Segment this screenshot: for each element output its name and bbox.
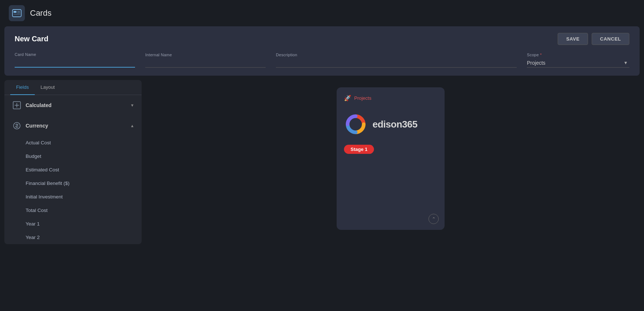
currency-group-header[interactable]: Currency ▲ xyxy=(4,115,142,136)
card-badge-row: 🚀 Projects xyxy=(344,95,437,102)
calculated-group-header[interactable]: Calculated ▼ xyxy=(4,95,142,115)
list-item[interactable]: Year 1 xyxy=(4,217,142,231)
new-card-panel: New Card SAVE CANCEL Card Name Internal … xyxy=(4,26,640,76)
internal-name-field: Internal Name xyxy=(145,53,266,68)
top-bar: Cards xyxy=(0,0,644,26)
svg-rect-2 xyxy=(17,11,20,12)
card-name-field: Card Name xyxy=(15,52,135,68)
svg-rect-3 xyxy=(17,12,20,13)
sidebar-scroll: Calculated ▼ Currency ▲ xyxy=(4,95,142,244)
app-icon xyxy=(9,5,25,21)
list-item[interactable]: Year 2 xyxy=(4,231,142,244)
svg-rect-0 xyxy=(12,10,21,17)
card-name-label: Card Name xyxy=(15,52,135,57)
description-label: Description xyxy=(276,53,517,57)
currency-icon xyxy=(12,121,22,131)
svg-point-11 xyxy=(352,121,359,128)
company-name: edison365 xyxy=(372,119,418,130)
list-item[interactable]: Actual Cost xyxy=(4,136,142,149)
company-logo xyxy=(344,113,367,136)
scope-select[interactable]: Projects Programs Portfolios xyxy=(527,58,629,67)
internal-name-label: Internal Name xyxy=(145,53,266,57)
list-item[interactable]: Estimated Cost xyxy=(4,163,142,177)
list-item[interactable]: Budget xyxy=(4,149,142,163)
currency-section: Currency ▲ Actual Cost Budget Estimated … xyxy=(4,115,142,244)
stage-badge: Stage 1 xyxy=(344,145,374,154)
description-input[interactable] xyxy=(276,58,517,68)
scope-label: Scope xyxy=(527,53,629,57)
currency-arrow: ▲ xyxy=(130,124,134,128)
list-item[interactable]: Financial Benefit ($) xyxy=(4,177,142,190)
currency-label: Currency xyxy=(26,123,127,129)
svg-rect-1 xyxy=(14,11,16,13)
internal-name-input[interactable] xyxy=(145,58,266,68)
scope-field: Scope Projects Programs Portfolios ▼ xyxy=(527,53,629,68)
calculated-icon xyxy=(12,100,22,110)
card-scope-label: Projects xyxy=(354,95,371,101)
new-card-title: New Card xyxy=(15,35,48,43)
list-item[interactable]: Total Cost xyxy=(4,204,142,217)
svg-rect-4 xyxy=(14,14,20,15)
rocket-icon: 🚀 xyxy=(344,95,351,102)
scroll-up-icon[interactable]: ⌃ xyxy=(428,214,439,224)
scope-select-wrapper: Projects Programs Portfolios ▼ xyxy=(527,58,629,68)
card-preview: 🚀 Projects edison365 xyxy=(337,87,445,230)
list-item[interactable]: Initial Investment xyxy=(4,190,142,204)
tab-fields[interactable]: Fields xyxy=(10,80,35,95)
header-actions: SAVE CANCEL xyxy=(558,33,629,45)
card-logo-area: edison365 xyxy=(344,113,437,136)
cancel-button[interactable]: CANCEL xyxy=(592,33,629,45)
preview-area: 🚀 Projects edison365 xyxy=(142,80,640,244)
calculated-section: Calculated ▼ xyxy=(4,95,142,115)
page-title: Cards xyxy=(30,8,52,18)
sidebar-tabs: Fields Layout xyxy=(4,80,142,95)
stage-badge-row: Stage 1 xyxy=(344,145,437,158)
description-field: Description xyxy=(276,53,517,68)
main-content: Fields Layout Calculated ▼ xyxy=(0,80,644,244)
tab-layout[interactable]: Layout xyxy=(35,80,61,95)
sidebar: Fields Layout Calculated ▼ xyxy=(4,80,142,244)
calculated-label: Calculated xyxy=(26,102,127,108)
save-button[interactable]: SAVE xyxy=(558,33,588,45)
form-row: Card Name Internal Name Description Scop… xyxy=(15,52,629,68)
new-card-header: New Card SAVE CANCEL xyxy=(15,33,629,45)
calculated-arrow: ▼ xyxy=(130,103,134,107)
card-name-input[interactable] xyxy=(15,58,135,68)
